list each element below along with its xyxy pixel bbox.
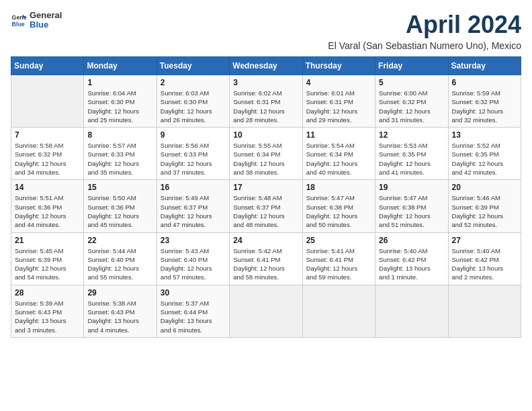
calendar-cell: 12Sunrise: 5:53 AM Sunset: 6:35 PM Dayli…	[375, 128, 448, 180]
calendar-cell: 27Sunrise: 5:40 AM Sunset: 6:42 PM Dayli…	[448, 232, 521, 285]
calendar-cell: 29Sunrise: 5:38 AM Sunset: 6:43 PM Dayli…	[84, 285, 157, 337]
header-day-thursday: Thursday	[302, 57, 375, 75]
calendar-cell	[375, 285, 448, 337]
calendar-cell: 16Sunrise: 5:49 AM Sunset: 6:37 PM Dayli…	[157, 180, 229, 232]
day-number: 25	[306, 236, 371, 245]
cell-info: Sunrise: 5:47 AM Sunset: 6:38 PM Dayligh…	[379, 193, 444, 229]
calendar-header: SundayMondayTuesdayWednesdayThursdayFrid…	[11, 57, 521, 75]
calendar-cell: 19Sunrise: 5:47 AM Sunset: 6:38 PM Dayli…	[375, 180, 448, 232]
week-row-2: 7Sunrise: 5:58 AM Sunset: 6:32 PM Daylig…	[11, 128, 521, 180]
calendar-cell: 1Sunrise: 6:04 AM Sunset: 6:30 PM Daylig…	[84, 75, 157, 128]
day-number: 23	[161, 236, 226, 245]
calendar-cell: 25Sunrise: 5:41 AM Sunset: 6:41 PM Dayli…	[302, 232, 375, 285]
week-row-4: 21Sunrise: 5:45 AM Sunset: 6:39 PM Dayli…	[11, 232, 521, 285]
calendar-cell	[11, 75, 84, 128]
calendar-cell: 28Sunrise: 5:39 AM Sunset: 6:43 PM Dayli…	[11, 285, 84, 337]
cell-info: Sunrise: 5:38 AM Sunset: 6:43 PM Dayligh…	[87, 299, 152, 334]
cell-info: Sunrise: 5:43 AM Sunset: 6:40 PM Dayligh…	[161, 246, 226, 282]
logo-general: General	[30, 11, 62, 20]
calendar-cell: 17Sunrise: 5:48 AM Sunset: 6:37 PM Dayli…	[230, 180, 302, 232]
day-number: 12	[379, 130, 444, 140]
calendar-cell	[302, 285, 375, 337]
calendar-cell: 7Sunrise: 5:58 AM Sunset: 6:32 PM Daylig…	[11, 128, 84, 180]
day-number: 4	[306, 78, 371, 87]
week-row-1: 1Sunrise: 6:04 AM Sunset: 6:30 PM Daylig…	[11, 75, 521, 128]
cell-info: Sunrise: 5:49 AM Sunset: 6:37 PM Dayligh…	[161, 193, 226, 229]
day-number: 3	[233, 78, 298, 87]
day-number: 30	[161, 288, 226, 298]
cell-info: Sunrise: 5:40 AM Sunset: 6:42 PM Dayligh…	[379, 246, 444, 282]
day-number: 28	[15, 288, 80, 298]
cell-info: Sunrise: 5:56 AM Sunset: 6:33 PM Dayligh…	[161, 141, 226, 177]
cell-info: Sunrise: 5:52 AM Sunset: 6:35 PM Dayligh…	[452, 141, 517, 177]
cell-info: Sunrise: 6:01 AM Sunset: 6:31 PM Dayligh…	[306, 89, 371, 124]
day-number: 8	[87, 130, 152, 140]
header-day-saturday: Saturday	[448, 57, 521, 75]
calendar-cell	[448, 285, 521, 337]
day-number: 16	[161, 183, 226, 192]
calendar-cell: 23Sunrise: 5:43 AM Sunset: 6:40 PM Dayli…	[157, 232, 229, 285]
month-title: April 2024	[328, 11, 521, 39]
day-number: 6	[452, 78, 517, 87]
calendar-body: 1Sunrise: 6:04 AM Sunset: 6:30 PM Daylig…	[11, 75, 521, 338]
calendar-cell: 8Sunrise: 5:57 AM Sunset: 6:33 PM Daylig…	[84, 128, 157, 180]
calendar-cell: 6Sunrise: 5:59 AM Sunset: 6:32 PM Daylig…	[448, 75, 521, 128]
day-number: 21	[15, 236, 80, 245]
calendar-cell: 24Sunrise: 5:42 AM Sunset: 6:41 PM Dayli…	[230, 232, 302, 285]
cell-info: Sunrise: 5:54 AM Sunset: 6:34 PM Dayligh…	[306, 141, 371, 177]
location-title: El Varal (San Sebastian Numero Uno), Mex…	[328, 40, 521, 51]
calendar-cell: 14Sunrise: 5:51 AM Sunset: 6:36 PM Dayli…	[11, 180, 84, 232]
cell-info: Sunrise: 6:04 AM Sunset: 6:30 PM Dayligh…	[87, 89, 152, 124]
day-number: 14	[15, 183, 80, 192]
day-number: 5	[379, 78, 444, 87]
calendar-cell: 13Sunrise: 5:52 AM Sunset: 6:35 PM Dayli…	[448, 128, 521, 180]
cell-info: Sunrise: 5:50 AM Sunset: 6:36 PM Dayligh…	[87, 193, 152, 229]
calendar-cell: 10Sunrise: 5:55 AM Sunset: 6:34 PM Dayli…	[230, 128, 302, 180]
day-number: 2	[161, 78, 226, 87]
cell-info: Sunrise: 5:39 AM Sunset: 6:43 PM Dayligh…	[15, 299, 80, 334]
week-row-3: 14Sunrise: 5:51 AM Sunset: 6:36 PM Dayli…	[11, 180, 521, 232]
cell-info: Sunrise: 5:46 AM Sunset: 6:39 PM Dayligh…	[452, 193, 517, 229]
header-row: SundayMondayTuesdayWednesdayThursdayFrid…	[11, 57, 521, 75]
cell-info: Sunrise: 5:45 AM Sunset: 6:39 PM Dayligh…	[15, 246, 80, 282]
cell-info: Sunrise: 6:00 AM Sunset: 6:32 PM Dayligh…	[379, 89, 444, 124]
header: General Blue General Blue April 2024 El …	[11, 11, 521, 51]
cell-info: Sunrise: 5:48 AM Sunset: 6:37 PM Dayligh…	[233, 193, 298, 229]
cell-info: Sunrise: 5:57 AM Sunset: 6:33 PM Dayligh…	[87, 141, 152, 177]
calendar-cell: 3Sunrise: 6:02 AM Sunset: 6:31 PM Daylig…	[230, 75, 302, 128]
day-number: 1	[87, 78, 152, 87]
header-day-friday: Friday	[375, 57, 448, 75]
cell-info: Sunrise: 5:51 AM Sunset: 6:36 PM Dayligh…	[15, 193, 80, 229]
header-day-monday: Monday	[84, 57, 157, 75]
cell-info: Sunrise: 5:47 AM Sunset: 6:38 PM Dayligh…	[306, 193, 371, 229]
cell-info: Sunrise: 6:02 AM Sunset: 6:31 PM Dayligh…	[233, 89, 298, 124]
calendar-cell: 4Sunrise: 6:01 AM Sunset: 6:31 PM Daylig…	[302, 75, 375, 128]
cell-info: Sunrise: 5:42 AM Sunset: 6:41 PM Dayligh…	[233, 246, 298, 282]
cell-info: Sunrise: 5:53 AM Sunset: 6:35 PM Dayligh…	[379, 141, 444, 177]
day-number: 19	[379, 183, 444, 192]
day-number: 13	[452, 130, 517, 140]
cell-info: Sunrise: 5:58 AM Sunset: 6:32 PM Dayligh…	[15, 141, 80, 177]
header-day-sunday: Sunday	[11, 57, 84, 75]
calendar-cell: 9Sunrise: 5:56 AM Sunset: 6:33 PM Daylig…	[157, 128, 229, 180]
logo-blue: Blue	[30, 20, 62, 30]
day-number: 11	[306, 130, 371, 140]
calendar-cell	[230, 285, 302, 337]
logo: General Blue General Blue	[11, 11, 62, 30]
day-number: 9	[161, 130, 226, 140]
day-number: 15	[87, 183, 152, 192]
calendar-cell: 11Sunrise: 5:54 AM Sunset: 6:34 PM Dayli…	[302, 128, 375, 180]
calendar-table: SundayMondayTuesdayWednesdayThursdayFrid…	[11, 56, 521, 338]
calendar-cell: 5Sunrise: 6:00 AM Sunset: 6:32 PM Daylig…	[375, 75, 448, 128]
calendar-cell: 2Sunrise: 6:03 AM Sunset: 6:30 PM Daylig…	[157, 75, 229, 128]
header-day-tuesday: Tuesday	[157, 57, 229, 75]
day-number: 20	[452, 183, 517, 192]
cell-info: Sunrise: 5:44 AM Sunset: 6:40 PM Dayligh…	[87, 246, 152, 282]
calendar-cell: 20Sunrise: 5:46 AM Sunset: 6:39 PM Dayli…	[448, 180, 521, 232]
title-area: April 2024 El Varal (San Sebastian Numer…	[328, 11, 521, 51]
calendar-cell: 15Sunrise: 5:50 AM Sunset: 6:36 PM Dayli…	[84, 180, 157, 232]
cell-info: Sunrise: 5:55 AM Sunset: 6:34 PM Dayligh…	[233, 141, 298, 177]
calendar-cell: 21Sunrise: 5:45 AM Sunset: 6:39 PM Dayli…	[11, 232, 84, 285]
day-number: 7	[15, 130, 80, 140]
day-number: 29	[87, 288, 152, 298]
